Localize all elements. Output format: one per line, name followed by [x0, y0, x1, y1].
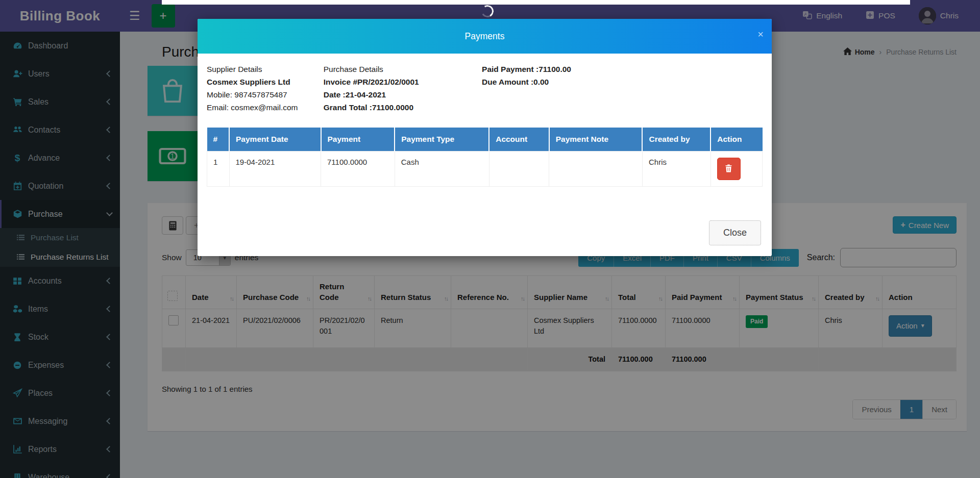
pay-cell-action [710, 152, 762, 187]
invoice-number: Invoice #PR/2021/02/0001 [324, 76, 482, 88]
pay-col-account: Account [489, 128, 549, 152]
payment-row: 1 19-04-2021 71100.0000 Cash Chris [207, 152, 763, 187]
pay-col-date: Payment Date [229, 128, 321, 152]
pay-cell-num: 1 [207, 152, 230, 187]
pay-cell-payment: 71100.0000 [321, 152, 395, 187]
purchase-details-heading: Purchase Details [324, 63, 482, 76]
supplier-name: Cosmex Suppliers Ltd [207, 76, 324, 88]
pay-cell-date: 19-04-2021 [229, 152, 321, 187]
supplier-mobile: Mobile: 987457875487 [207, 88, 324, 101]
loading-bar [162, 0, 910, 5]
payments-header-row: # Payment Date Payment Payment Type Acco… [207, 128, 763, 152]
pay-cell-created-by: Chris [642, 152, 710, 187]
modal-header: Payments × [198, 19, 772, 54]
purchase-details: Purchase Details Invoice #PR/2021/02/000… [324, 63, 482, 114]
close-icon[interactable]: × [757, 29, 764, 39]
pay-cell-type: Cash [395, 152, 489, 187]
payments-modal: Payments × Supplier Details Cosmex Suppl… [198, 19, 772, 256]
supplier-details-heading: Supplier Details [207, 63, 324, 76]
supplier-email: Email: cosmex@mail.com [207, 101, 324, 114]
trash-icon [725, 164, 732, 174]
pay-col-action: Action [710, 128, 762, 152]
paid-payment: Paid Payment :71100.00 [482, 63, 763, 76]
pay-cell-account [489, 152, 549, 187]
pay-col-created-by: Created by [642, 128, 710, 152]
pay-col-note: Payment Note [549, 128, 643, 152]
grand-total: Grand Total :71100.0000 [324, 101, 482, 114]
pay-col-type: Payment Type [395, 128, 489, 152]
payments-table: # Payment Date Payment Payment Type Acco… [207, 128, 763, 187]
payment-summary: Paid Payment :71100.00 Due Amount :0.00 [482, 63, 763, 114]
purchase-date: Date :21-04-2021 [324, 88, 482, 101]
due-amount: Due Amount :0.00 [482, 76, 763, 88]
pay-col-payment: Payment [321, 128, 395, 152]
supplier-details: Supplier Details Cosmex Suppliers Ltd Mo… [207, 63, 324, 114]
pay-col-num: # [207, 128, 230, 152]
delete-payment-button[interactable] [717, 158, 741, 180]
close-button[interactable]: Close [709, 220, 761, 245]
modal-title: Payments [465, 31, 505, 42]
app-window: Billing Book ☰ + A English POS Chris [0, 0, 980, 478]
pay-cell-note [549, 152, 643, 187]
